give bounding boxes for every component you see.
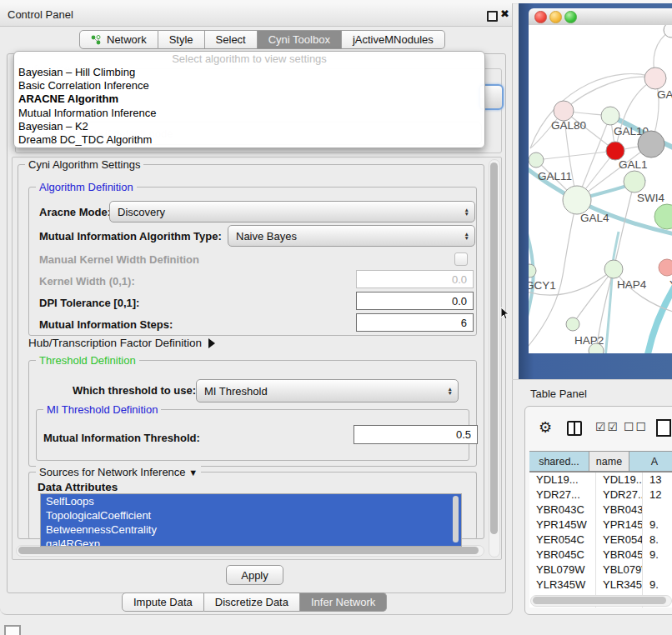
- network-node[interactable]: [654, 204, 672, 229]
- dpi-tolerance-field[interactable]: 0.0: [356, 292, 474, 310]
- node-label: GAL: [657, 88, 672, 101]
- hub-tf-definition-toggle[interactable]: Hub/Transcription Factor Definition: [28, 337, 215, 349]
- aracne-mode-value: Discovery: [118, 206, 165, 218]
- column-header-2[interactable]: name: [589, 452, 629, 471]
- unselect-all-columns-icon[interactable]: ☐☐: [624, 420, 648, 433]
- list-scrollbar-thumb[interactable]: [453, 496, 459, 542]
- table-row[interactable]: YBR043CYBR043C: [529, 502, 672, 518]
- network-node-swi4[interactable]: [624, 171, 645, 192]
- network-node-hap2[interactable]: [566, 318, 579, 331]
- tab-jactivemnodules[interactable]: jActiveMNodules: [342, 30, 445, 49]
- minimize-traffic-light-icon[interactable]: [549, 11, 562, 23]
- collapse-down-icon[interactable]: ▼: [188, 468, 198, 478]
- manual-kernel-checkbox[interactable]: [454, 252, 468, 266]
- network-edge[interactable]: [573, 269, 614, 324]
- mi-threshold-label: Mutual Information Threshold:: [43, 432, 200, 444]
- table-cell: 13: [643, 472, 672, 488]
- minimized-panel-icon[interactable]: [4, 625, 21, 635]
- list-item[interactable]: TopologicalCoefficient: [41, 508, 461, 522]
- column-header-3[interactable]: A: [629, 452, 672, 471]
- close-icon[interactable]: ✖: [500, 8, 509, 20]
- table-cell: YLR345W: [596, 578, 643, 592]
- list-item[interactable]: SelfLoops: [41, 494, 461, 508]
- mi-steps-field[interactable]: 6: [356, 313, 474, 332]
- table-row[interactable]: YBR045CYBR045C9.: [529, 548, 672, 562]
- tab-style[interactable]: Style: [158, 30, 205, 49]
- mi-type-value: Naive Bayes: [236, 230, 297, 242]
- node-label: GCY1: [529, 279, 556, 292]
- apply-button[interactable]: Apply: [226, 565, 283, 585]
- tab-impute-data[interactable]: Impute Data: [122, 592, 204, 612]
- aracne-mode-label: Aracne Mode:: [39, 206, 111, 218]
- network-window-titlebar[interactable]: [529, 8, 672, 26]
- network-node[interactable]: [638, 131, 664, 158]
- vertical-scrollbar[interactable]: [489, 159, 500, 558]
- network-node-gal80[interactable]: [554, 101, 574, 121]
- table-cell: YER054C: [596, 532, 643, 548]
- mi-type-combobox[interactable]: Naive Bayes ▲▼: [228, 225, 475, 247]
- tab-select[interactable]: Select: [205, 30, 258, 49]
- columns-icon[interactable]: [567, 421, 582, 436]
- table-horizontal-scrollbar[interactable]: [530, 595, 672, 607]
- table-row[interactable]: YLR345WYLR345W9.: [529, 578, 672, 592]
- network-node-gal10[interactable]: [601, 107, 619, 125]
- network-canvas[interactable]: GALGAL80GAL10GAL1GAL11SWI4GAL4GCY1HAP4YH…: [529, 25, 672, 353]
- document-icon[interactable]: [656, 419, 671, 437]
- mi-threshold-definition-title: MI Threshold Definition: [43, 403, 161, 416]
- network-edge[interactable]: [564, 77, 655, 111]
- tab-label: Cyni Toolbox: [268, 33, 330, 46]
- gear-icon[interactable]: ⚙: [539, 418, 552, 437]
- network-edge[interactable]: [614, 182, 634, 269]
- sources-title: Sources for Network Inference ▼: [36, 466, 201, 479]
- table-row[interactable]: YPR145WYPR145W9.: [529, 518, 672, 532]
- network-node-y[interactable]: [659, 259, 672, 276]
- float-panel-icon[interactable]: [487, 11, 498, 22]
- data-attributes-list[interactable]: SelfLoopsTopologicalCoefficientBetweenne…: [40, 493, 462, 547]
- tab-discretize-data[interactable]: Discretize Data: [204, 592, 300, 612]
- network-node-gal11[interactable]: [529, 152, 544, 168]
- dropdown-item[interactable]: Basic Correlation Inference: [14, 79, 484, 92]
- network-node-gal1[interactable]: [606, 142, 624, 160]
- settings-scrollpane: Cyni Algorithm Settings Algorithm Defini…: [12, 157, 502, 560]
- dropdown-item[interactable]: Bayesian – K2: [14, 120, 484, 133]
- panel-title: Control Panel: [8, 8, 73, 21]
- list-item[interactable]: BetweennessCentrality: [41, 522, 461, 537]
- dropdown-item[interactable]: Mutual Information Inference: [14, 107, 484, 120]
- network-node-gcy1[interactable]: [529, 264, 536, 278]
- table-row[interactable]: YER054CYER054C8.: [529, 532, 672, 548]
- threshold-definition-title: Threshold Definition: [36, 354, 139, 367]
- dropdown-item[interactable]: ARACNE Algorithm: [14, 92, 484, 106]
- network-edge[interactable]: [647, 280, 672, 353]
- tab-network[interactable]: Network: [79, 30, 158, 49]
- aracne-mode-combobox[interactable]: Discovery ▲▼: [109, 201, 475, 222]
- dropdown-item[interactable]: Bayesian – Hill Climbing: [14, 66, 484, 79]
- mi-threshold-field[interactable]: 0.5: [354, 425, 478, 444]
- table-cell: YDR27...: [529, 488, 596, 502]
- which-threshold-combobox[interactable]: MI Threshold ▲▼: [196, 379, 459, 402]
- horizontal-scrollbar-thumb[interactable]: [18, 547, 479, 554]
- table-header-row: shared...nameA: [529, 451, 672, 472]
- network-node-hap4[interactable]: [604, 260, 623, 278]
- table-cell: 9.: [643, 548, 672, 562]
- node-label: HAP4: [617, 278, 647, 291]
- network-edge[interactable]: [536, 151, 615, 160]
- close-traffic-light-icon[interactable]: [534, 11, 547, 23]
- tab-label: Style: [169, 33, 193, 46]
- table-row[interactable]: YDR27...YDR27...12: [529, 488, 672, 502]
- select-all-columns-icon[interactable]: ☑☑: [595, 420, 619, 433]
- horizontal-scrollbar[interactable]: [16, 545, 484, 557]
- table-horizontal-scrollbar-thumb[interactable]: [533, 597, 666, 604]
- tab-cyni-toolbox[interactable]: Cyni Toolbox: [258, 30, 342, 49]
- network-node-gal[interactable]: [644, 68, 666, 89]
- apply-button-label: Apply: [241, 569, 268, 582]
- kernel-width-field[interactable]: 0.0: [356, 270, 474, 288]
- list-item[interactable]: gal4RGexp: [41, 537, 461, 547]
- dropdown-item[interactable]: Dream8 DC_TDC Algorithm: [14, 133, 484, 147]
- vertical-scrollbar-thumb[interactable]: [490, 162, 498, 534]
- column-header-1[interactable]: shared...: [529, 452, 589, 471]
- tab-infer-network[interactable]: Infer Network: [300, 592, 387, 612]
- network-node-gal4[interactable]: [563, 186, 591, 214]
- table-row[interactable]: YDL19...YDL19...13: [529, 472, 672, 488]
- table-row[interactable]: YBL079WYBL079W: [529, 562, 672, 578]
- zoom-traffic-light-icon[interactable]: [564, 11, 577, 23]
